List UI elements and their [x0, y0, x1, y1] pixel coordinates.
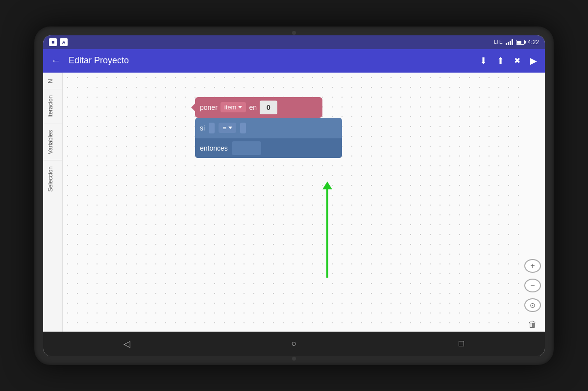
download-button[interactable]: ⬇	[480, 55, 487, 66]
canvas-area: poner item en 0	[63, 73, 545, 332]
zoom-in-icon: +	[530, 261, 535, 270]
mic-off-button[interactable]: ✖	[514, 56, 520, 65]
trash-icon: 🗑	[528, 319, 537, 330]
tablet-camera	[292, 31, 296, 35]
poner-value: 0	[267, 104, 270, 111]
arrow-line	[326, 189, 328, 278]
zoom-out-icon: −	[530, 281, 535, 290]
zoom-in-button[interactable]: +	[524, 259, 541, 273]
si-operator-dropdown[interactable]: =	[219, 123, 236, 133]
dropdown-arrow-icon	[238, 106, 242, 108]
si-connector-right	[240, 123, 246, 133]
nav-recent-icon: □	[459, 339, 464, 349]
si-label: si	[200, 124, 205, 132]
poner-en-label: en	[249, 104, 257, 111]
nav-back-button[interactable]: ◁	[117, 334, 137, 354]
block-si-wrapper: si = entonces	[195, 118, 342, 158]
nav-home-icon: ○	[292, 339, 297, 349]
sidebar: N Iteracion Variables Seleccion	[43, 73, 63, 332]
sidebar-item-n[interactable]: N	[43, 73, 62, 89]
upload-button[interactable]: ⬆	[497, 55, 504, 66]
sidebar-item-seleccion[interactable]: Seleccion	[43, 160, 62, 198]
app-bar-actions: ⬇ ⬆ ✖ ▶	[480, 55, 537, 66]
right-panel: + − ⊙ 🗑	[520, 73, 545, 332]
entonces-inner	[232, 141, 261, 155]
back-button[interactable]: ←	[51, 55, 61, 66]
zoom-out-button[interactable]: −	[524, 279, 541, 292]
green-arrow	[322, 182, 332, 278]
nav-home-button[interactable]: ○	[284, 334, 304, 354]
block-si[interactable]: si = entonces	[195, 118, 342, 158]
app-title: Editar Proyecto	[69, 55, 472, 66]
block-poner[interactable]: poner item en 0	[195, 97, 322, 118]
si-connector-left	[209, 123, 215, 133]
main-content: N Iteracion Variables Seleccion poner it…	[43, 73, 545, 332]
poner-variable-dropdown[interactable]: item	[220, 102, 246, 112]
arrow-head-icon	[322, 182, 332, 189]
focus-icon: ⊙	[530, 301, 536, 309]
signal-label: LTE	[494, 39, 503, 45]
nav-back-icon: ◁	[123, 339, 130, 349]
time-display: 4:22	[528, 39, 539, 46]
status-bar-left: ■ A	[49, 38, 68, 46]
blocks-container: poner item en 0	[195, 97, 342, 158]
focus-button[interactable]: ⊙	[524, 298, 541, 312]
si-operator: =	[222, 124, 226, 131]
nav-recent-button[interactable]: □	[451, 334, 471, 354]
sidebar-item-iteracion[interactable]: Iteracion	[43, 89, 62, 124]
block-entonces: entonces	[195, 138, 342, 158]
poner-variable-value: item	[224, 104, 237, 111]
app-status-icon: ■	[49, 38, 57, 46]
app-bar: ← Editar Proyecto ⬇ ⬆ ✖ ▶	[43, 49, 545, 73]
status-bar-right: LTE 4:22	[494, 39, 539, 46]
tablet-device: ■ A LTE 4:22	[34, 26, 554, 365]
entonces-label: entonces	[200, 144, 228, 152]
poner-label: poner	[200, 104, 218, 111]
play-button[interactable]: ▶	[530, 55, 537, 66]
poner-value-input[interactable]: 0	[260, 101, 277, 114]
block-si-top: si =	[195, 118, 342, 138]
tablet-screen: ■ A LTE 4:22	[43, 35, 545, 356]
signal-bars	[506, 39, 513, 45]
status-bar: ■ A LTE 4:22	[43, 35, 545, 49]
trash-button[interactable]: 🗑	[524, 318, 541, 331]
bottom-nav: ◁ ○ □	[43, 332, 545, 356]
a-status-icon: A	[60, 38, 68, 46]
sidebar-item-variables[interactable]: Variables	[43, 124, 62, 160]
battery-icon	[516, 40, 525, 45]
operator-dropdown-arrow-icon	[228, 127, 232, 129]
tablet-home-indicator	[292, 357, 296, 361]
